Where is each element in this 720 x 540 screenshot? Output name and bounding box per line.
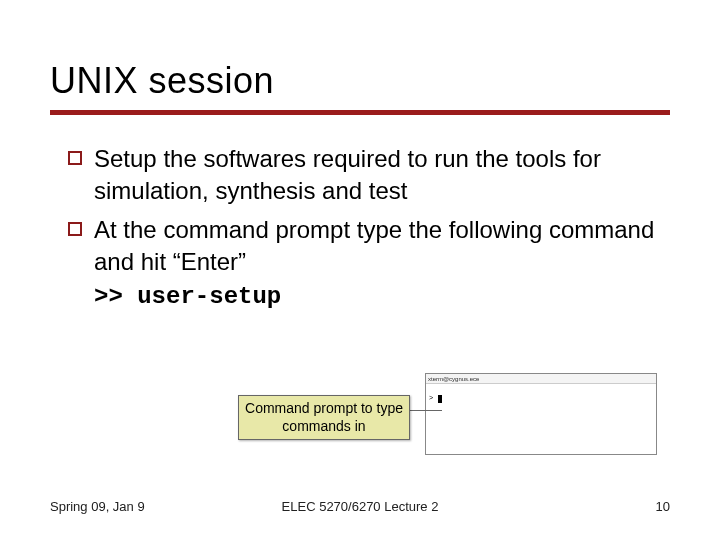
bullet-item: Setup the softwares required to run the … (68, 143, 670, 208)
terminal-cursor-icon (438, 395, 442, 403)
bullet-item: At the command prompt type the following… (68, 214, 670, 313)
bullet-text: Setup the softwares required to run the … (94, 143, 670, 208)
terminal-title-text: xterm@cygnus.ece (428, 376, 479, 382)
terminal-prompt: > (429, 394, 433, 402)
command-prefix: >> (94, 283, 137, 310)
square-bullet-icon (68, 222, 82, 236)
square-bullet-icon (68, 151, 82, 165)
callout-label: Command prompt to type commands in (238, 395, 410, 440)
command-text: user-setup (137, 283, 281, 310)
terminal-body: > (426, 384, 656, 406)
terminal-window: xterm@cygnus.ece > (425, 373, 657, 455)
slide-footer: Spring 09, Jan 9 ELEC 5270/6270 Lecture … (50, 499, 670, 514)
slide-title: UNIX session (50, 60, 670, 102)
callout-connector (410, 410, 442, 411)
bullet-list: Setup the softwares required to run the … (50, 143, 670, 313)
bullet-text-line: At the command prompt type the following… (94, 216, 654, 275)
terminal-titlebar: xterm@cygnus.ece (426, 374, 656, 384)
footer-page-number: 10 (656, 499, 670, 514)
bullet-text: At the command prompt type the following… (94, 214, 670, 313)
footer-left: Spring 09, Jan 9 (50, 499, 145, 514)
slide: UNIX session Setup the softwares require… (0, 0, 720, 540)
title-underline (50, 110, 670, 115)
